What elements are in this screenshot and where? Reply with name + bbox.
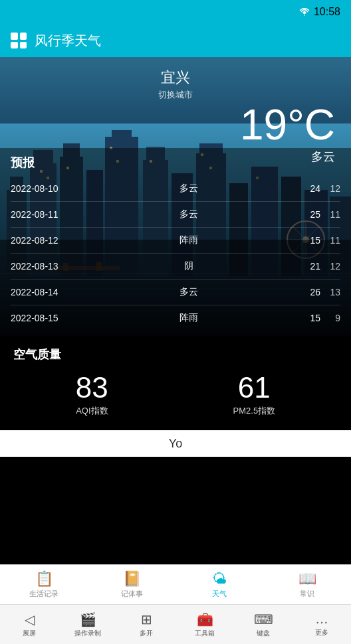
forecast-row: 2022-08-15 阵雨 15 9: [11, 305, 340, 331]
forecast-date: 2022-08-12: [11, 235, 84, 246]
forecast-date: 2022-08-10: [11, 183, 84, 194]
forecast-row: 2022-08-14 多云 26 13: [11, 280, 340, 305]
sys-nav-icon-recent: ⊞: [141, 611, 152, 627]
nav-label-weather: 天气: [212, 589, 227, 599]
nav-icon-life: 📋: [35, 570, 53, 588]
status-time: 10:58: [314, 6, 340, 18]
forecast-condition: 阴: [84, 260, 294, 272]
city-name: 宜兴: [158, 68, 193, 88]
sys-nav-label-home: 操作录制: [74, 629, 101, 638]
weather-hero: 宜兴 切换城市 19°C 多云 预报 2022-08-10 多云 24 12 2…: [0, 57, 351, 336]
nav-item-diary[interactable]: 📔 记体事: [88, 565, 176, 604]
forecast-condition: 多云: [84, 208, 294, 220]
forecast-container: 预报 2022-08-10 多云 24 12 2022-08-11 多云 25 …: [0, 148, 351, 336]
sys-nav-label-keyboard: 键盘: [257, 629, 270, 638]
svg-marker-0: [302, 11, 306, 15]
nav-icon-diary: 📔: [123, 570, 141, 588]
nav-label-diary: 记体事: [121, 589, 143, 599]
weather-description: 多云: [240, 149, 335, 165]
forecast-high: 24: [294, 183, 320, 194]
forecast-high: 15: [294, 235, 320, 246]
forecast-low: 11: [320, 209, 340, 220]
sys-nav-label-recent: 多开: [140, 629, 153, 638]
sys-nav-icon-keyboard: ⌨: [254, 611, 273, 627]
wifi-icon: [299, 8, 310, 16]
forecast-high: 15: [294, 313, 320, 323]
sys-nav-label-tools: 工具箱: [195, 629, 215, 638]
system-nav: ◁ 展屏 🎬 操作录制 ⊞ 多开 🧰 工具箱 ⌨ 键盘 … 更多: [0, 604, 351, 644]
sys-nav-more[interactable]: … 更多: [292, 611, 351, 637]
temperature-value: 19°C: [240, 104, 335, 146]
aqi-value: 83: [76, 373, 108, 402]
nav-icon-common: 📖: [298, 570, 316, 588]
app-bar: 风行季天气: [0, 24, 351, 57]
forecast-low: 12: [320, 261, 340, 272]
aqi-label: AQI指数: [76, 405, 108, 417]
nav-item-weather[interactable]: 🌤 天气: [176, 565, 263, 604]
app-title: 风行季天气: [35, 32, 101, 50]
air-quality-section: 空气质量 83 AQI指数 61 PM2.5指数: [0, 336, 351, 430]
forecast-date: 2022-08-11: [11, 209, 84, 220]
forecast-condition: 阵雨: [84, 234, 294, 246]
bottom-nav: 📋 生活记录 📔 记体事 🌤 天气 📖 常识: [0, 564, 351, 604]
app-logo: [11, 33, 27, 48]
pm25-label: PM2.5指数: [233, 405, 276, 417]
forecast-low: 12: [320, 183, 340, 194]
sys-nav-recent[interactable]: ⊞ 多开: [117, 611, 176, 638]
main-content: 宜兴 切换城市 19°C 多云 预报 2022-08-10 多云 24 12 2…: [0, 57, 351, 564]
nav-item-life[interactable]: 📋 生活记录: [0, 565, 88, 604]
forecast-row: 2022-08-13 阴 21 12: [11, 254, 340, 280]
forecast-row: 2022-08-12 阵雨 15 11: [11, 228, 340, 254]
sys-nav-back[interactable]: ◁ 展屏: [0, 611, 58, 638]
forecast-date: 2022-08-14: [11, 287, 84, 297]
sys-nav-tools[interactable]: 🧰 工具箱: [176, 611, 234, 638]
sys-nav-keyboard[interactable]: ⌨ 键盘: [234, 611, 292, 638]
forecast-low: 11: [320, 235, 340, 246]
sys-nav-icon-home: 🎬: [80, 611, 96, 627]
city-switch-button[interactable]: 切换城市: [158, 89, 193, 101]
nav-label-common: 常识: [300, 589, 314, 599]
svg-marker-1: [304, 15, 305, 16]
forecast-date: 2022-08-15: [11, 313, 84, 323]
air-stats: 83 AQI指数 61 PM2.5指数: [13, 373, 338, 417]
svg-rect-12: [112, 130, 132, 140]
sys-nav-home[interactable]: 🎬 操作录制: [58, 611, 117, 638]
status-bar: 10:58: [0, 0, 351, 24]
sys-nav-icon-tools: 🧰: [197, 611, 213, 627]
temperature-block: 19°C 多云: [240, 104, 335, 165]
aqi-stat: 83 AQI指数: [76, 373, 108, 417]
nav-label-life: 生活记录: [29, 589, 58, 599]
forecast-low: 13: [320, 287, 340, 297]
forecast-date: 2022-08-13: [11, 261, 84, 272]
sys-nav-label-back: 展屏: [23, 629, 36, 638]
forecast-low: 9: [320, 313, 340, 323]
forecast-list: 2022-08-10 多云 24 12 2022-08-11 多云 25 11 …: [11, 176, 340, 331]
sys-nav-icon-more: …: [315, 611, 328, 627]
forecast-high: 26: [294, 287, 320, 297]
forecast-condition: 多云: [84, 286, 294, 298]
air-quality-title: 空气质量: [13, 347, 338, 362]
sys-nav-icon-back: ◁: [25, 611, 35, 627]
city-name-block: 宜兴 切换城市: [158, 68, 193, 101]
nav-icon-weather: 🌤: [212, 570, 227, 588]
pm25-value: 61: [233, 373, 276, 402]
nav-item-common[interactable]: 📖 常识: [263, 565, 351, 604]
forecast-row: 2022-08-11 多云 25 11: [11, 202, 340, 228]
forecast-high: 25: [294, 209, 320, 220]
forecast-condition: 多云: [84, 183, 294, 195]
bottom-text: Yo: [169, 437, 182, 451]
forecast-high: 21: [294, 261, 320, 272]
forecast-condition: 阵雨: [84, 312, 294, 324]
sys-nav-label-more: 更多: [315, 628, 328, 637]
forecast-row: 2022-08-10 多云 24 12: [11, 176, 340, 202]
pm25-stat: 61 PM2.5指数: [233, 373, 276, 417]
